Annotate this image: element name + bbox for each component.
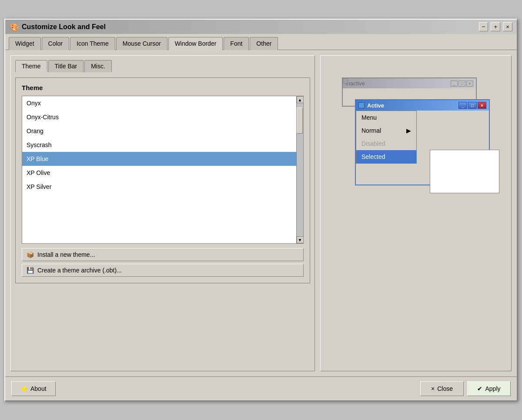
app-icon: 🎨 — [10, 23, 18, 31]
minimize-button[interactable]: − — [479, 22, 489, 31]
tab-other[interactable]: Other — [250, 37, 278, 50]
active-title-bar: Active _ □ × — [356, 100, 489, 111]
footer: ⭐ About × Close ✔ Apply — [5, 376, 517, 400]
menu-item-menu[interactable]: Menu — [356, 111, 416, 124]
scroll-up-arrow[interactable]: ▲ — [297, 96, 304, 103]
theme-buttons: 📦 Install a new theme... 💾 Create a them… — [22, 248, 304, 277]
list-item[interactable]: XP Silver — [22, 180, 296, 194]
preview-white-box — [430, 150, 499, 193]
active-window-body: Menu Normal ▶ Disabled Selected — [356, 111, 489, 185]
title-bar: 🎨 Customize Look and Feel − + × — [5, 20, 517, 34]
theme-list-container: Onyx Onyx-Citrus Orang Syscrash XP Blue … — [22, 96, 304, 244]
close-button[interactable]: × Close — [420, 381, 464, 396]
panel-inner: Theme Onyx Onyx-Citrus Orang Syscrash XP… — [15, 77, 310, 283]
footer-left: ⭐ About — [11, 381, 56, 396]
inactive-window-icon — [343, 78, 348, 84]
sub-tab-theme[interactable]: Theme — [15, 60, 47, 72]
apply-button[interactable]: ✔ Apply — [467, 381, 511, 396]
window-title: Customize Look and Feel — [22, 23, 106, 31]
tab-icon-theme[interactable]: Icon Theme — [70, 37, 115, 50]
install-label: Install a new theme... — [37, 251, 95, 258]
sub-tab-misc[interactable]: Misc. — [84, 60, 112, 72]
close-icon: × — [431, 385, 435, 392]
title-bar-controls: − + × — [479, 22, 512, 31]
create-label: Create a theme archive (.obt)... — [37, 267, 122, 274]
list-item-selected[interactable]: XP Blue — [22, 152, 296, 166]
install-theme-button[interactable]: 📦 Install a new theme... — [22, 248, 304, 261]
active-restore-btn[interactable]: □ — [468, 102, 477, 109]
apply-checkmark-icon: ✔ — [477, 385, 482, 392]
create-icon: 💾 — [27, 267, 34, 274]
theme-list: Onyx Onyx-Citrus Orang Syscrash XP Blue … — [22, 96, 296, 243]
section-title: Theme — [22, 84, 304, 91]
inactive-minimize-btn[interactable]: _ — [451, 81, 458, 87]
sub-tab-titlebar[interactable]: Title Bar — [48, 60, 84, 72]
left-panel: Theme Title Bar Misc. Theme Onyx Onyx-Ci… — [10, 55, 315, 371]
tab-widget[interactable]: Widget — [9, 37, 41, 50]
scrollbar[interactable]: ▲ ▼ — [296, 96, 303, 243]
menu-item-selected[interactable]: Selected — [356, 150, 416, 163]
menu-item-label: Disabled — [361, 140, 385, 147]
tab-font[interactable]: Font — [224, 37, 249, 50]
tab-mouse-cursor[interactable]: Mouse Cursor — [116, 37, 167, 50]
menu-item-label: Normal — [361, 127, 381, 134]
tab-window-border[interactable]: Window Border — [168, 37, 223, 50]
list-item[interactable]: Syscrash — [22, 138, 296, 152]
preview-active-window: Active _ □ × Menu — [355, 99, 490, 185]
menu-item-label: Menu — [361, 114, 377, 121]
active-close-btn[interactable]: × — [478, 102, 486, 109]
inactive-window-controls: _ □ × — [451, 81, 473, 87]
inactive-title-bar: Inactive _ □ × — [343, 78, 476, 88]
sub-tab-bar: Theme Title Bar Misc. — [15, 60, 310, 72]
menu-item-disabled: Disabled — [356, 137, 416, 150]
main-window: 🎨 Customize Look and Feel − + × Widget C… — [4, 19, 518, 401]
inactive-window-title: Inactive — [345, 80, 365, 87]
scroll-down-arrow[interactable]: ▼ — [297, 236, 304, 243]
create-archive-button[interactable]: 💾 Create a theme archive (.obt)... — [22, 264, 304, 277]
main-tab-bar: Widget Color Icon Theme Mouse Cursor Win… — [5, 34, 517, 50]
active-window-controls: _ □ × — [458, 102, 486, 109]
right-panel: Inactive _ □ × Active — [320, 55, 512, 371]
inactive-close-btn[interactable]: × — [466, 81, 473, 87]
apply-label: Apply — [485, 385, 500, 392]
preview-menu: Menu Normal ▶ Disabled Selected — [356, 111, 417, 164]
menu-item-label: Selected — [361, 153, 385, 160]
inactive-restore-btn[interactable]: □ — [458, 81, 465, 87]
list-item[interactable]: Orang — [22, 124, 296, 138]
preview-area: Inactive _ □ × Active — [342, 77, 490, 230]
list-item[interactable]: Onyx — [22, 96, 296, 110]
about-button[interactable]: ⭐ About — [11, 381, 56, 396]
content-area: Theme Title Bar Misc. Theme Onyx Onyx-Ci… — [5, 50, 517, 376]
active-minimize-btn[interactable]: _ — [458, 102, 467, 109]
footer-right: × Close ✔ Apply — [420, 381, 511, 396]
menu-item-normal[interactable]: Normal ▶ — [356, 124, 416, 137]
scroll-thumb[interactable] — [297, 108, 303, 134]
close-window-button[interactable]: × — [503, 22, 512, 31]
maximize-button[interactable]: + — [491, 22, 500, 31]
install-icon: 📦 — [27, 251, 34, 258]
tab-color[interactable]: Color — [42, 37, 69, 50]
submenu-arrow-icon: ▶ — [406, 127, 411, 134]
about-label: About — [30, 385, 47, 392]
close-label: Close — [437, 385, 453, 392]
scroll-track — [297, 103, 303, 236]
list-item[interactable]: Onyx-Citrus — [22, 110, 296, 124]
list-item[interactable]: XP Olive — [22, 166, 296, 180]
about-star-icon: ⭐ — [20, 385, 28, 392]
active-window-title: Active — [367, 102, 384, 109]
title-bar-left: 🎨 Customize Look and Feel — [10, 23, 106, 31]
active-window-icon — [358, 102, 365, 108]
